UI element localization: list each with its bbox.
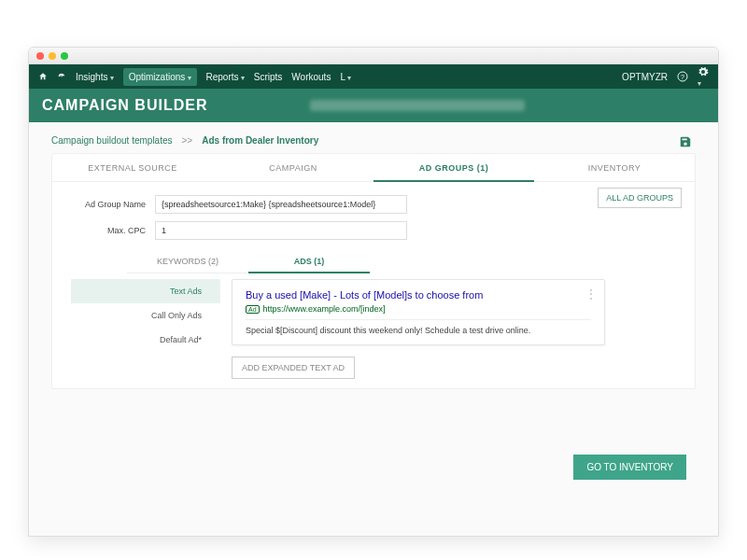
app-window: Insights Optimizations Reports Scripts W… — [28, 47, 719, 537]
page-title: CAMPAIGN BUILDER — [42, 97, 207, 114]
nav-optimizations[interactable]: Optimizations — [123, 68, 197, 86]
window-titlebar — [29, 48, 718, 64]
ad-type-call-only[interactable]: Call Only Ads — [71, 303, 220, 328]
all-ad-groups-button[interactable]: ALL AD GROUPS — [598, 188, 682, 208]
ad-group-name-label: Ad Group Name — [71, 200, 155, 209]
subtab-ads[interactable]: ADS (1) — [248, 249, 370, 273]
nav-workouts[interactable]: Workouts — [291, 72, 331, 82]
ad-group-name-input[interactable] — [155, 195, 407, 214]
top-nav: Insights Optimizations Reports Scripts W… — [29, 64, 718, 89]
nav-reports[interactable]: Reports — [206, 72, 245, 82]
nav-scripts[interactable]: Scripts — [254, 72, 283, 82]
maximize-window-icon[interactable] — [61, 52, 68, 60]
ad-type-text-ads[interactable]: Text Ads — [71, 279, 220, 303]
ad-headline: Buy a used [Make] - Lots of [Model]s to … — [246, 289, 591, 301]
traffic-lights — [36, 52, 68, 60]
main-tabs: EXTERNAL SOURCE CAMPAIGN AD GROUPS (1) I… — [52, 154, 695, 182]
ad-card-column: ⋮ Buy a used [Make] - Lots of [Model]s t… — [232, 279, 676, 379]
sub-tabs: KEYWORDS (2) ADS (1) — [127, 249, 676, 273]
close-window-icon[interactable] — [36, 52, 44, 60]
go-to-inventory-button[interactable]: GO TO INVENTORY — [573, 455, 686, 480]
breadcrumb: Campaign buildout templates >> Ads from … — [51, 135, 696, 146]
ad-badge: Ad — [246, 305, 260, 314]
brand-label: OPTMYZR — [622, 72, 668, 82]
dashboard-icon[interactable] — [57, 72, 66, 81]
ad-description: Special $[Discount] discount this weeken… — [246, 326, 591, 335]
gear-icon[interactable] — [698, 66, 709, 88]
tab-campaign[interactable]: CAMPAIGN — [213, 154, 374, 182]
page-header: CAMPAIGN BUILDER — [29, 89, 718, 122]
add-expanded-text-ad-button[interactable]: ADD EXPANDED TEXT AD — [232, 357, 355, 379]
tab-external-source[interactable]: EXTERNAL SOURCE — [52, 154, 213, 182]
home-icon[interactable] — [38, 72, 48, 81]
tab-ad-groups[interactable]: AD GROUPS (1) — [374, 154, 534, 182]
tab-inventory[interactable]: INVENTORY — [534, 154, 695, 182]
svg-text:?: ? — [681, 74, 684, 80]
ads-area: Text Ads Call Only Ads Default Ad* ⋮ Buy… — [71, 279, 676, 379]
max-cpc-input[interactable] — [155, 221, 407, 240]
content-area: Campaign buildout templates >> Ads from … — [29, 122, 718, 536]
subtab-keywords[interactable]: KEYWORDS (2) — [127, 249, 248, 273]
minimize-window-icon[interactable] — [49, 52, 56, 60]
max-cpc-label: Max. CPC — [71, 226, 155, 235]
ad-preview[interactable]: ⋮ Buy a used [Make] - Lots of [Model]s t… — [232, 279, 605, 345]
help-icon[interactable]: ? — [677, 71, 688, 82]
breadcrumb-current: Ads from Dealer Inventory — [202, 135, 318, 146]
ad-group-name-row: Ad Group Name — [71, 195, 676, 214]
ad-url: https://www.example.com/[index] — [263, 304, 386, 314]
max-cpc-row: Max. CPC — [71, 221, 676, 240]
ad-type-menu: Text Ads Call Only Ads Default Ad* — [71, 279, 220, 379]
ad-groups-panel: ALL AD GROUPS Ad Group Name Max. CPC KEY… — [52, 182, 695, 388]
nav-insights[interactable]: Insights — [76, 72, 114, 82]
breadcrumb-root[interactable]: Campaign buildout templates — [51, 135, 173, 146]
header-subtitle-redacted — [310, 100, 525, 111]
breadcrumb-separator: >> — [182, 135, 193, 146]
ad-type-default[interactable]: Default Ad* — [71, 328, 220, 352]
builder-card: EXTERNAL SOURCE CAMPAIGN AD GROUPS (1) I… — [51, 153, 696, 389]
nav-account-menu[interactable]: L — [340, 72, 351, 82]
more-icon[interactable]: ⋮ — [585, 287, 597, 301]
save-icon[interactable] — [679, 135, 692, 148]
